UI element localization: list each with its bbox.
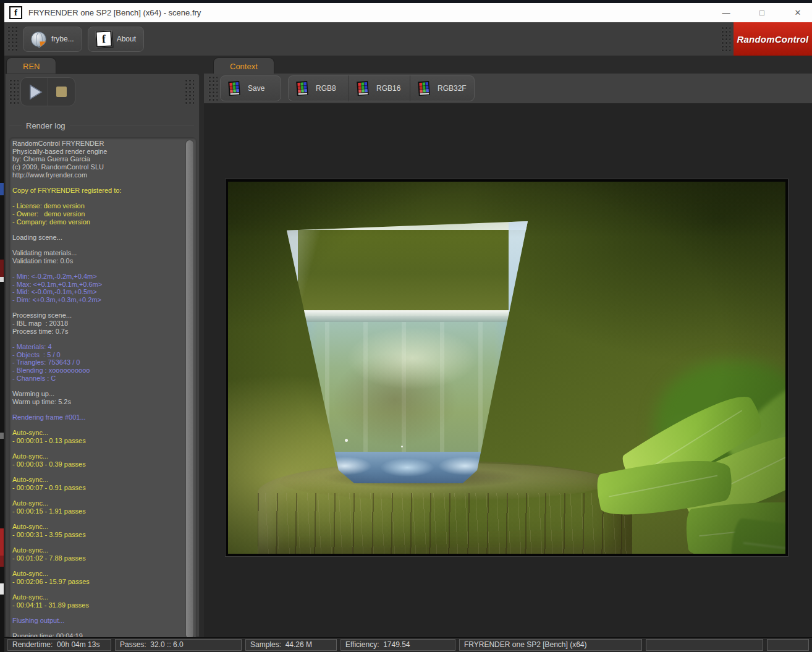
context-button-label: RGB8	[316, 84, 336, 93]
group-divider	[9, 125, 22, 126]
rgb32f-button[interactable]: RGB32F	[410, 75, 475, 101]
log-line	[12, 492, 184, 500]
context-panel: Save	[204, 74, 812, 637]
close-button[interactable]: ✕	[784, 3, 812, 22]
log-line: - 00:04:11 - 31.89 passes	[12, 601, 184, 609]
log-scrollbar-thumb[interactable]	[186, 140, 193, 638]
randomcontrol-logo-text: RandomControl	[737, 34, 809, 44]
log-line	[12, 585, 184, 593]
about-button-label: About	[117, 35, 136, 43]
log-scrollbar[interactable]	[185, 140, 194, 639]
status-bar: Rendertime: 00h 04m 13s Passes: 32.0 :: …	[4, 637, 812, 652]
background-window-sliver	[0, 183, 4, 195]
maximize-button[interactable]: □	[748, 3, 776, 22]
status-empty-2	[767, 639, 809, 651]
log-line: Copy of FRYRENDER registered to:	[12, 187, 184, 195]
panel-gripper[interactable]	[185, 79, 194, 105]
log-line: - 00:00:03 - 0.39 passes	[12, 460, 184, 468]
log-line: Auto-sync...	[12, 593, 184, 601]
transport-controls	[20, 77, 75, 106]
toolbar-gripper[interactable]	[208, 76, 218, 101]
fryrender-window: f FRYRENDER one SP2 [Bench] (x64) - scen…	[0, 0, 812, 652]
log-line: by: Chema Guerra Garcia	[12, 155, 184, 163]
tab-ren-label: REN	[23, 62, 40, 71]
tab-context-label: Context	[230, 62, 258, 71]
log-line: - Objects : 5 / 0	[12, 351, 184, 359]
status-samples: Samples: 44.26 M	[245, 639, 337, 651]
about-button[interactable]: f About	[88, 27, 144, 52]
log-line	[12, 515, 184, 523]
log-line	[12, 468, 184, 476]
content-area: REN Render log	[4, 56, 812, 637]
fryrender-f-icon: f	[9, 6, 22, 19]
context-button-label: RGB16	[376, 84, 400, 93]
log-line: - 00:00:01 - 0.13 passes	[12, 437, 184, 445]
log-line: - IBL map : 20318	[12, 320, 184, 328]
log-line: Rendering frame #001...	[12, 413, 184, 421]
log-line: - Company: demo version	[12, 218, 184, 226]
log-line: - Channels : C	[12, 375, 184, 383]
toolbar-gripper[interactable]	[721, 27, 730, 53]
render-stop-button[interactable]	[48, 78, 75, 106]
rgb-palette-icon	[417, 80, 431, 96]
log-line: Auto-sync...	[12, 523, 184, 531]
rgb-palette-icon	[227, 80, 242, 96]
background-window-sliver	[0, 260, 4, 277]
frybench-button[interactable]: frybe...	[23, 27, 82, 52]
log-line: Warming up...	[12, 390, 184, 398]
log-line: - Mid: <-0.0m,-0.1m,+0.5m>	[12, 288, 184, 296]
tab-ren[interactable]: REN	[6, 57, 56, 74]
log-line: - 00:00:07 - 0.91 passes	[12, 484, 184, 492]
log-line	[12, 538, 184, 546]
log-line: - Max: <+0.1m,+0.1m,+0.6m>	[12, 281, 184, 289]
render-log-group-header: Render log	[9, 121, 194, 130]
background-window-sliver	[0, 528, 4, 556]
render-log-label: Render log	[26, 121, 66, 130]
rgb-palette-icon	[355, 80, 370, 96]
background-window-sliver	[0, 583, 4, 595]
log-line: Loading scene...	[12, 234, 184, 242]
log-line: http://www.fryrender.com	[12, 171, 184, 179]
status-passes: Passes: 32.0 :: 6.0	[115, 639, 242, 651]
rgb8-button[interactable]: RGB8	[288, 75, 349, 101]
render-log-output[interactable]: RandomControl FRYRENDER Physically-based…	[9, 137, 197, 641]
background-window-sliver	[0, 556, 4, 567]
render-panel: Render log RandomControl FRYRENDER Physi…	[5, 74, 200, 637]
log-line	[12, 625, 184, 633]
render-start-button[interactable]	[21, 78, 48, 106]
log-line	[12, 265, 184, 273]
log-line: Auto-sync...	[12, 499, 184, 507]
log-line: Validation time: 0.0s	[12, 257, 184, 265]
log-line: - Dim: <+0.3m,+0.3m,+0.2m>	[12, 296, 184, 304]
log-line: Process time: 0.7s	[12, 328, 184, 336]
window-title: FRYRENDER one SP2 [Bench] (x64) - scene.…	[28, 8, 201, 17]
status-rendertime: Rendertime: 00h 04m 13s	[7, 639, 111, 651]
title-bar: f FRYRENDER one SP2 [Bench] (x64) - scen…	[4, 3, 812, 22]
panel-gripper[interactable]	[9, 79, 19, 105]
log-line: Processing scene...	[12, 311, 184, 320]
render-image[interactable]	[226, 179, 788, 556]
log-line: Auto-sync...	[12, 452, 184, 460]
toolbar-gripper[interactable]	[7, 26, 17, 52]
log-line	[12, 421, 184, 430]
log-line	[12, 445, 184, 453]
minimize-button[interactable]: —	[712, 3, 740, 22]
log-line	[12, 335, 184, 343]
log-line: Auto-sync...	[12, 476, 184, 484]
context-button-label: RGB32F	[438, 84, 467, 93]
stop-icon	[56, 87, 67, 97]
log-line: - Triangles: 753643 / 0	[12, 358, 184, 366]
log-line: - Owner: demo version	[12, 210, 184, 218]
log-line: Auto-sync...	[12, 429, 184, 437]
tab-context[interactable]: Context	[213, 57, 274, 74]
save-button[interactable]: Save	[220, 75, 281, 101]
log-line: - Blending : xoooooooooo	[12, 366, 184, 375]
globe-launch-icon	[31, 32, 46, 47]
render-image-art	[228, 182, 785, 554]
log-line: - 00:00:15 - 1.91 passes	[12, 507, 184, 515]
log-line	[12, 562, 184, 570]
background-window-sliver	[0, 433, 4, 439]
window-controls: — □ ✕	[704, 3, 812, 22]
rgb16-button[interactable]: RGB16	[349, 75, 410, 101]
render-viewport	[204, 104, 812, 637]
